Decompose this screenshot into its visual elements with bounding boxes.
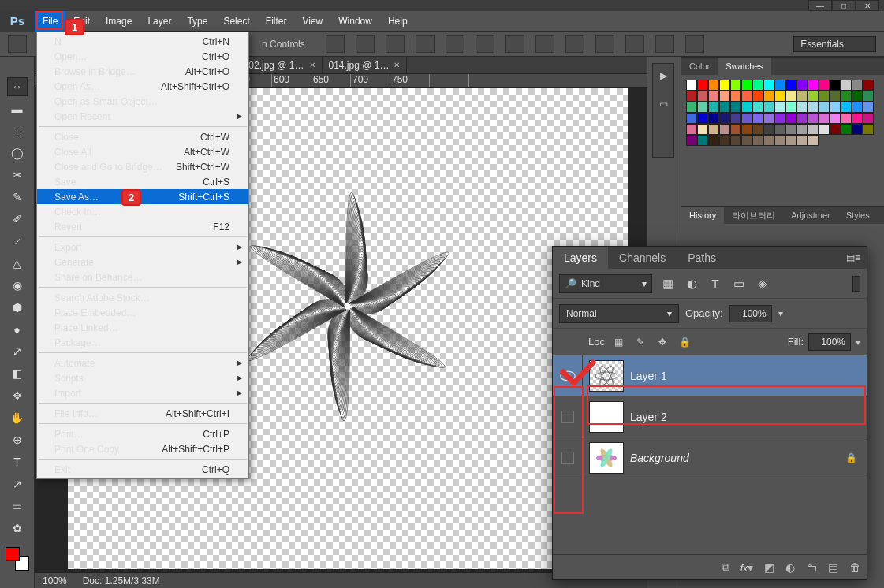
menu-item[interactable]: Save As…Shift+Ctrl+S <box>37 189 248 204</box>
swatch[interactable] <box>852 91 863 102</box>
swatch[interactable] <box>863 102 874 113</box>
distribute-icon[interactable] <box>535 35 554 53</box>
swatch[interactable] <box>774 102 785 113</box>
swatch[interactable] <box>785 102 796 113</box>
menu-item[interactable]: RevertF12 <box>37 219 248 234</box>
delete-layer-icon[interactable]: 🗑 <box>849 561 860 574</box>
distribute-icon[interactable] <box>625 35 644 53</box>
swatch[interactable] <box>841 113 852 124</box>
swatch[interactable] <box>741 124 752 135</box>
swatch[interactable] <box>785 135 796 146</box>
swatch[interactable] <box>741 80 752 91</box>
menu-item[interactable]: Open as Smart Object… <box>37 94 248 109</box>
layer-filter-kind[interactable]: 🔎Kind▾ <box>559 274 652 293</box>
panel-menu-icon[interactable]: ▤≡ <box>840 252 867 263</box>
menu-item[interactable]: Export <box>37 240 248 255</box>
menu-item[interactable]: Close AllAlt+Ctrl+W <box>37 144 248 159</box>
tool-preset-icon[interactable] <box>8 35 27 53</box>
swatch[interactable] <box>841 91 852 102</box>
swatch[interactable] <box>741 91 752 102</box>
swatch[interactable] <box>819 91 830 102</box>
swatch[interactable] <box>763 124 774 135</box>
layer-filter-icon[interactable]: ▦ <box>657 274 679 293</box>
layer-row[interactable]: Layer 2 <box>553 396 867 437</box>
swatch[interactable] <box>796 102 808 113</box>
align-icon[interactable] <box>386 35 405 53</box>
panel-tab[interactable]: 라이브러리 <box>724 207 783 224</box>
play-icon[interactable]: ▶ <box>656 69 670 83</box>
swatch[interactable] <box>708 91 719 102</box>
swatch[interactable] <box>785 113 796 124</box>
panel-tab-color[interactable]: Color <box>681 58 718 75</box>
window-close-button[interactable]: ✕ <box>856 0 879 11</box>
swatch[interactable] <box>708 102 719 113</box>
layers-tab-channels[interactable]: Channels <box>608 247 677 269</box>
distribute-icon[interactable] <box>595 35 614 53</box>
swatch[interactable] <box>796 91 808 102</box>
opacity-input[interactable]: 100% <box>729 305 772 322</box>
menu-item[interactable]: Open As…Alt+Shift+Ctrl+O <box>37 79 248 94</box>
swatch[interactable] <box>730 80 741 91</box>
swatch[interactable] <box>752 102 763 113</box>
lock-all-icon[interactable]: 🔒 <box>676 334 693 350</box>
menu-item[interactable]: File Info…Alt+Shift+Ctrl+I <box>37 406 248 421</box>
swatch[interactable] <box>841 80 852 91</box>
swatch[interactable] <box>808 113 819 124</box>
swatch[interactable] <box>730 91 741 102</box>
menu-item[interactable]: Automate <box>37 355 248 370</box>
swatch[interactable] <box>741 135 752 146</box>
menu-item[interactable]: Print…Ctrl+P <box>37 426 248 441</box>
menu-item[interactable]: Print One CopyAlt+Shift+Ctrl+P <box>37 441 248 456</box>
swatch[interactable] <box>763 113 774 124</box>
swatch[interactable] <box>808 124 819 135</box>
menu-help[interactable]: Help <box>380 11 416 32</box>
filter-toggle[interactable] <box>852 276 860 292</box>
menu-item[interactable]: Open…Ctrl+O <box>37 49 248 64</box>
swatch[interactable] <box>708 113 719 124</box>
swatch[interactable] <box>852 102 863 113</box>
distribute-icon[interactable] <box>565 35 584 53</box>
swatch[interactable] <box>763 102 774 113</box>
align-icon[interactable] <box>476 35 494 53</box>
document-tab[interactable]: 014.jpg @ 1…✕ <box>323 57 408 74</box>
align-icon[interactable] <box>446 35 464 53</box>
swatch[interactable] <box>819 113 830 124</box>
distribute-icon[interactable] <box>505 35 524 53</box>
swatch[interactable] <box>686 91 697 102</box>
swatch[interactable] <box>774 80 785 91</box>
swatch[interactable] <box>697 91 708 102</box>
menu-type[interactable]: Type <box>179 11 215 32</box>
menu-item[interactable]: ExitCtrl+Q <box>37 462 248 477</box>
layer-fx-icon[interactable]: fx▾ <box>740 561 753 574</box>
swatch[interactable] <box>852 113 863 124</box>
workspace-selector[interactable]: Essentials <box>793 36 876 52</box>
swatch[interactable] <box>719 91 730 102</box>
swatch[interactable] <box>697 124 708 135</box>
more-icon[interactable] <box>685 35 704 53</box>
menu-window[interactable]: Window <box>330 11 380 32</box>
menu-view[interactable]: View <box>294 11 330 32</box>
tool-button[interactable]: T <box>7 452 28 471</box>
swatch[interactable] <box>686 113 697 124</box>
swatch[interactable] <box>841 124 852 135</box>
menu-item[interactable]: Close and Go to Bridge…Shift+Ctrl+W <box>37 159 248 174</box>
swatch[interactable] <box>830 80 841 91</box>
swatch[interactable] <box>763 135 774 146</box>
swatch[interactable] <box>819 80 830 91</box>
layer-thumbnail[interactable] <box>589 401 624 433</box>
tool-button[interactable]: ⤢ <box>7 342 28 361</box>
swatch[interactable] <box>686 80 697 91</box>
swatch[interactable] <box>686 135 697 146</box>
menu-item[interactable]: Generate <box>37 255 248 270</box>
swatch[interactable] <box>730 113 741 124</box>
tool-button[interactable]: ↗ <box>7 474 28 493</box>
swatch[interactable] <box>852 124 863 135</box>
menu-item[interactable]: Scripts <box>37 370 248 385</box>
panel-icon[interactable]: ▭ <box>656 97 670 111</box>
swatch[interactable] <box>808 91 819 102</box>
menu-item[interactable]: Import <box>37 385 248 400</box>
swatch[interactable] <box>752 113 763 124</box>
menu-item[interactable]: Place Embedded… <box>37 305 248 320</box>
tool-button[interactable]: ✋ <box>7 408 28 427</box>
swatch[interactable] <box>752 135 763 146</box>
